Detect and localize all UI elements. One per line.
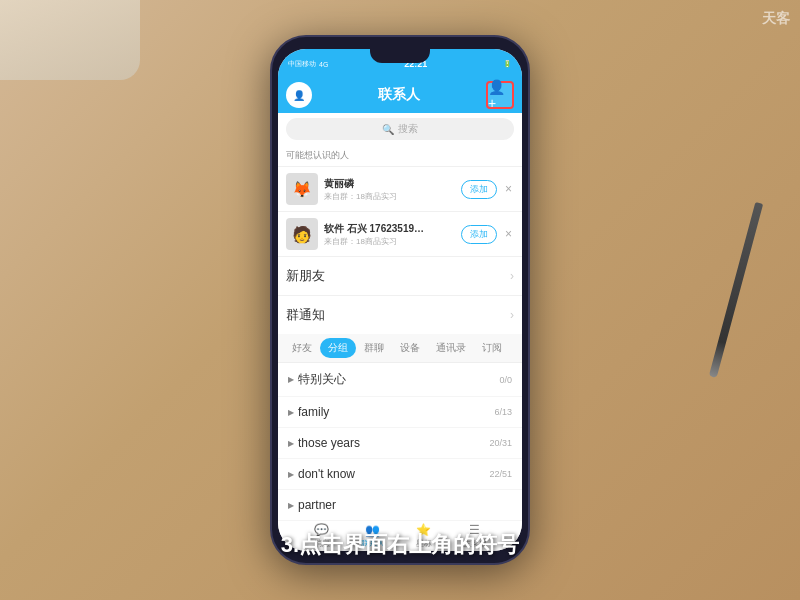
user-avatar[interactable]: 👤 bbox=[286, 82, 312, 108]
add-contact-button[interactable]: 👤+ bbox=[486, 81, 514, 109]
group-notice-chevron-icon: › bbox=[510, 308, 514, 322]
avatar-icon: 👤 bbox=[293, 90, 305, 101]
tab-subscriptions[interactable]: 订阅 bbox=[474, 338, 510, 358]
group-row-special[interactable]: ▶ 特别关心 0/0 bbox=[278, 363, 522, 397]
group-arrow-dont-know: ▶ bbox=[288, 470, 294, 479]
search-icon: 🔍 bbox=[382, 124, 394, 135]
suggestion-item-1: 🦊 黄丽磷 来自群：18商品实习 添加 × bbox=[278, 166, 522, 211]
dismiss-button-1[interactable]: × bbox=[503, 182, 514, 196]
groups-list: ▶ 特别关心 0/0 ▶ family 6/13 ▶ those years 2… bbox=[278, 363, 522, 521]
group-row-dont-know[interactable]: ▶ don't know 22/51 bbox=[278, 459, 522, 490]
dismiss-button-2[interactable]: × bbox=[503, 227, 514, 241]
phone-frame: 中国移动 4G 22:21 🔋 👤 联系人 👤+ 🔍 搜索 bbox=[270, 35, 530, 565]
suggestion-info-1: 黄丽磷 来自群：18商品实习 bbox=[324, 177, 455, 202]
header-title: 联系人 bbox=[312, 86, 486, 104]
group-name-those-years: those years bbox=[298, 436, 489, 450]
group-count-those-years: 20/31 bbox=[489, 438, 512, 448]
add-button-2[interactable]: 添加 bbox=[461, 225, 497, 244]
carrier-text: 中国移动 bbox=[288, 59, 316, 69]
suggestion-from-1: 来自群：18商品实习 bbox=[324, 191, 455, 202]
group-notice-label: 群通知 bbox=[286, 306, 510, 324]
tab-chat-groups[interactable]: 群聊 bbox=[356, 338, 392, 358]
groups-tab-bar: 好友 分组 群聊 设备 通讯录 订阅 bbox=[278, 334, 522, 363]
keyboard-decoration bbox=[0, 0, 140, 80]
group-name-dont-know: don't know bbox=[298, 467, 489, 481]
group-row-family[interactable]: ▶ family 6/13 bbox=[278, 397, 522, 428]
instruction-caption: 3.点击界面右上角的符号 bbox=[0, 530, 800, 560]
status-left: 中国移动 4G bbox=[288, 59, 328, 69]
group-count-dont-know: 22/51 bbox=[489, 469, 512, 479]
search-placeholder: 搜索 bbox=[398, 122, 418, 136]
phone-notch bbox=[370, 49, 430, 63]
suggestion-from-2: 来自群：18商品实习 bbox=[324, 236, 455, 247]
battery-icon: 🔋 bbox=[503, 60, 512, 68]
tab-friends[interactable]: 好友 bbox=[284, 338, 320, 358]
suggestion-item-2: 🧑 软件 石兴 17623519… 来自群：18商品实习 添加 × bbox=[278, 211, 522, 256]
group-notice-item[interactable]: 群通知 › bbox=[278, 295, 522, 334]
group-arrow-partner: ▶ bbox=[288, 501, 294, 510]
group-arrow-family: ▶ bbox=[288, 408, 294, 417]
tab-groups[interactable]: 分组 bbox=[320, 338, 356, 358]
phone-screen: 中国移动 4G 22:21 🔋 👤 联系人 👤+ 🔍 搜索 bbox=[278, 49, 522, 551]
app-header: 👤 联系人 👤+ bbox=[278, 77, 522, 113]
suggestion-avatar-2: 🧑 bbox=[286, 218, 318, 250]
group-count-family: 6/13 bbox=[494, 407, 512, 417]
group-name-partner: partner bbox=[298, 498, 512, 512]
watermark: 天客 bbox=[762, 10, 790, 28]
signal-text: 4G bbox=[319, 61, 328, 68]
new-friends-item[interactable]: 新朋友 › bbox=[278, 256, 522, 295]
suggestion-name-1: 黄丽磷 bbox=[324, 177, 455, 191]
tab-devices[interactable]: 设备 bbox=[392, 338, 428, 358]
group-arrow-special: ▶ bbox=[288, 375, 294, 384]
group-name-family: family bbox=[298, 405, 494, 419]
new-friends-label: 新朋友 bbox=[286, 267, 510, 285]
status-right: 🔋 bbox=[503, 60, 512, 68]
suggestion-avatar-1: 🦊 bbox=[286, 173, 318, 205]
suggestion-name-2: 软件 石兴 17623519… bbox=[324, 222, 455, 236]
add-contact-icon: 👤+ bbox=[488, 79, 512, 111]
group-row-those-years[interactable]: ▶ those years 20/31 bbox=[278, 428, 522, 459]
tab-contacts[interactable]: 通讯录 bbox=[428, 338, 474, 358]
search-input[interactable]: 🔍 搜索 bbox=[286, 118, 514, 140]
suggestions-header: 可能想认识的人 bbox=[278, 145, 522, 166]
group-name-special: 特别关心 bbox=[298, 371, 499, 388]
group-row-partner[interactable]: ▶ partner bbox=[278, 490, 522, 521]
search-bar: 🔍 搜索 bbox=[278, 113, 522, 145]
new-friends-chevron-icon: › bbox=[510, 269, 514, 283]
suggestion-info-2: 软件 石兴 17623519… 来自群：18商品实习 bbox=[324, 222, 455, 247]
group-count-special: 0/0 bbox=[499, 375, 512, 385]
add-button-1[interactable]: 添加 bbox=[461, 180, 497, 199]
group-arrow-those-years: ▶ bbox=[288, 439, 294, 448]
